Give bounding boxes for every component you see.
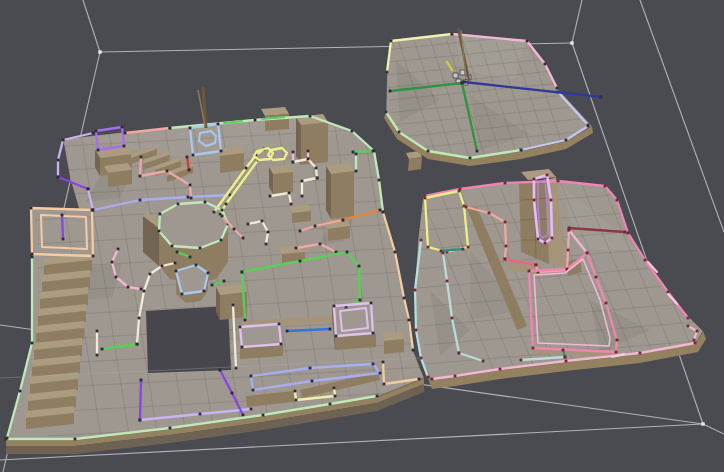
viewport-3d	[0, 0, 724, 472]
editor-viewport	[0, 0, 724, 472]
